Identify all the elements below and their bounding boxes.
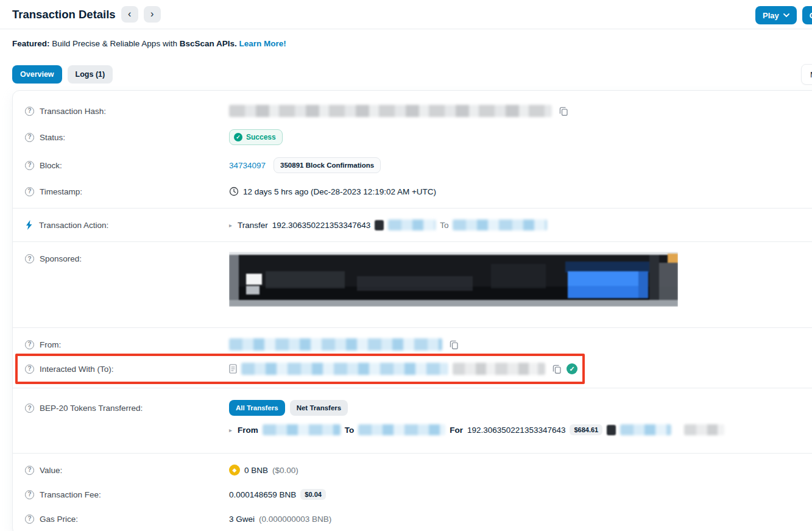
featured-text: Build Precise & Reliable Apps with: [52, 39, 177, 48]
play-button-label: Play: [763, 11, 779, 20]
value-usd: ($0.00): [272, 466, 298, 475]
question-icon: ?: [25, 133, 34, 142]
question-icon: ?: [25, 515, 34, 524]
token-transfer-item: ▸ From To For 192.306350221353347643 $68…: [229, 424, 812, 435]
caret-right-icon: ▸: [229, 222, 232, 229]
timestamp-label: Timestamp:: [40, 187, 82, 196]
question-icon: ?: [25, 107, 34, 116]
featured-banner: Featured: Build Precise & Reliable Apps …: [0, 29, 812, 48]
question-icon: ?: [25, 340, 34, 349]
section-divider: [13, 208, 812, 208]
sponsored-ad-banner[interactable]: [229, 252, 678, 307]
check-icon: ✓: [234, 133, 242, 141]
value-amount: 0 BNB: [244, 466, 268, 475]
prev-transaction-button[interactable]: ‹: [121, 6, 138, 23]
sponsored-label: Sponsored:: [40, 254, 82, 263]
ad-accent-square: [668, 254, 678, 263]
question-icon: ?: [25, 365, 34, 374]
transaction-action-row: Transaction Action: ▸ Transfer 192.30635…: [13, 213, 812, 237]
learn-more-link[interactable]: Learn More!: [239, 39, 286, 48]
redacted-contract-address: [241, 363, 448, 375]
status-badge: ✓ Success: [229, 129, 283, 145]
value-row: ? Value: ◆ 0 BNB ($0.00): [13, 458, 812, 482]
game-button-label: Gar: [810, 11, 812, 20]
transfer-amount: 192.306350221353347643: [467, 426, 565, 435]
next-transaction-button[interactable]: ›: [144, 6, 161, 23]
game-button[interactable]: Gar: [802, 6, 812, 24]
copy-icon[interactable]: [559, 106, 569, 116]
redacted-transfer-to: [358, 424, 445, 435]
ad-image: [229, 252, 678, 307]
copy-icon[interactable]: [552, 364, 562, 374]
chevron-down-icon: [783, 13, 789, 18]
question-icon: ?: [25, 254, 34, 263]
interacted-with-label: Interacted With (To):: [40, 365, 114, 374]
featured-prefix: Featured:: [12, 39, 50, 48]
redacted-transfer-from: [263, 424, 341, 435]
from-label: From:: [40, 340, 61, 349]
redacted-token-name: [620, 424, 671, 435]
copy-icon[interactable]: [449, 340, 459, 350]
redacted-token-name: [388, 219, 436, 230]
chevron-right-icon: ›: [150, 6, 154, 21]
block-confirmations-badge: 350891 Block Confirmations: [274, 157, 381, 173]
section-divider: [13, 388, 812, 388]
redacted-token-icon: [607, 425, 616, 435]
transfer-usd-badge: $684.61: [570, 424, 602, 435]
page-header: Transaction Details ‹ › Play Gar: [0, 0, 812, 29]
interacted-with-row: ? Interacted With (To): ✓: [13, 357, 812, 383]
tab-overview[interactable]: Overview: [12, 65, 62, 84]
value-label: Value:: [40, 466, 62, 475]
all-transfers-button[interactable]: All Transfers: [229, 400, 285, 416]
tab-logs[interactable]: Logs (1): [68, 65, 113, 84]
action-verb: Transfer: [238, 221, 268, 230]
clock-icon: [229, 187, 239, 196]
transaction-action-label: Transaction Action:: [39, 221, 108, 230]
transaction-fee-row: ? Transaction Fee: 0.000148659 BNB $0.04: [13, 482, 812, 507]
gas-price-amount: 3 Gwei: [229, 515, 255, 524]
timestamp-value: 12 days 5 hrs ago (Dec-28-2023 12:19:02 …: [243, 187, 436, 196]
redacted-transaction-hash: [229, 105, 552, 117]
status-label: Status:: [40, 133, 65, 142]
sponsored-row: ? Sponsored:: [13, 246, 812, 323]
chevron-left-icon: ‹: [128, 6, 131, 21]
redacted-token-symbol: [684, 424, 724, 435]
redacted-contract-name: [453, 363, 545, 375]
gas-price-row: ? Gas Price: 3 Gwei (0.000000003 BNB): [13, 507, 812, 531]
transfer-from-label: From: [238, 426, 258, 435]
redacted-from-address: [229, 338, 442, 351]
block-row: ? Block: 34734097 350891 Block Confirmat…: [13, 151, 812, 179]
verified-check-icon: ✓: [567, 363, 577, 374]
timestamp-row: ? Timestamp: 12 days 5 hrs ago (Dec-28-2…: [13, 179, 812, 204]
featured-bold-text: BscScan APIs.: [180, 39, 237, 48]
question-icon: ?: [25, 404, 34, 413]
transaction-hash-label: Transaction Hash:: [40, 107, 106, 116]
lightning-bolt-icon: [25, 220, 34, 230]
question-icon: ?: [25, 490, 34, 499]
block-label: Block:: [40, 161, 62, 170]
action-to-label: To: [440, 221, 448, 230]
transfer-for-label: For: [450, 426, 463, 435]
transaction-fee-amount: 0.000148659 BNB: [229, 490, 296, 499]
transaction-fee-usd-badge: $0.04: [300, 489, 326, 500]
status-badge-label: Success: [246, 133, 276, 141]
section-divider: [13, 453, 812, 454]
play-button[interactable]: Play: [755, 6, 797, 24]
redacted-to-address: [453, 219, 547, 230]
transfer-to-label: To: [345, 426, 355, 435]
redacted-token-icon: [375, 220, 384, 230]
status-row: ? Status: ✓ Success: [13, 123, 812, 151]
tab-more-button[interactable]: M: [801, 64, 812, 85]
bep20-transfers-row: ? BEP-20 Tokens Transferred: All Transfe…: [13, 393, 812, 449]
section-divider: [13, 241, 812, 242]
net-transfers-button[interactable]: Net Transfers: [290, 400, 348, 416]
from-row: ? From:: [13, 332, 812, 357]
question-icon: ?: [25, 187, 34, 196]
gas-price-label: Gas Price:: [40, 515, 78, 524]
contract-document-icon: [229, 364, 237, 374]
caret-right-icon: ▸: [229, 427, 232, 433]
transaction-fee-label: Transaction Fee:: [40, 490, 101, 499]
transaction-hash-row: ? Transaction Hash:: [13, 99, 812, 123]
bnb-coin-icon: ◆: [229, 465, 240, 476]
block-number-link[interactable]: 34734097: [229, 161, 266, 170]
